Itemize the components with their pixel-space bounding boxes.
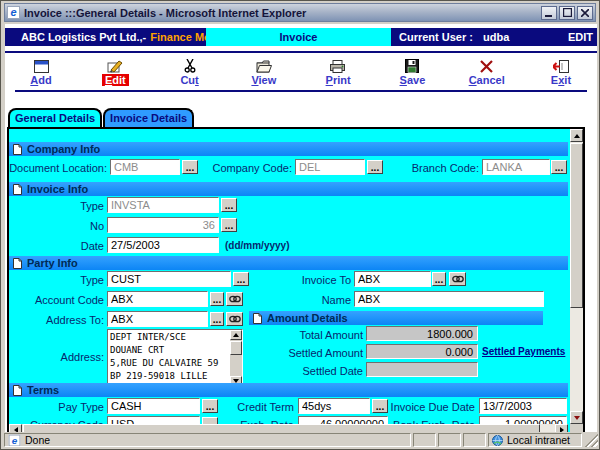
settled-amount-label: Settled Amount — [267, 347, 363, 359]
status-message-panel: e Done — [4, 433, 411, 447]
cut-button[interactable]: Cut — [164, 56, 216, 88]
save-button[interactable]: Save — [386, 56, 438, 88]
status-panel-2 — [438, 433, 461, 447]
tab-general-details[interactable]: General Details — [8, 108, 102, 127]
name-label: Name — [300, 294, 351, 306]
minimize-icon — [545, 9, 553, 17]
exit-icon — [553, 56, 569, 73]
section-doc-icon — [253, 313, 262, 324]
account-code-field[interactable] — [107, 291, 208, 307]
close-button[interactable] — [577, 6, 593, 20]
company-code-field[interactable] — [295, 159, 365, 175]
account-code-link-button[interactable] — [226, 292, 243, 306]
resize-grip[interactable] — [584, 433, 598, 447]
address-to-link-button[interactable] — [226, 312, 243, 326]
pay-type-lookup-button[interactable]: ... — [202, 399, 218, 413]
name-field[interactable] — [354, 291, 544, 307]
browser-window: e Invoice :::General Details - Microsoft… — [0, 0, 600, 450]
mode-badge: EDIT — [568, 31, 593, 43]
link-icon — [229, 295, 241, 303]
total-amount-label: Total Amount — [277, 329, 363, 341]
exch-rate-field[interactable] — [298, 416, 388, 424]
current-user-value: udba — [483, 31, 509, 43]
address-scroll-thumb[interactable] — [230, 341, 242, 355]
settled-date-field — [366, 362, 478, 377]
save-icon — [405, 56, 419, 73]
address-scrollbar[interactable] — [230, 330, 242, 386]
account-code-lookup-button[interactable]: ... — [210, 292, 224, 306]
add-icon — [34, 56, 49, 73]
arrow-up-icon — [574, 134, 580, 138]
edit-button[interactable]: Edit — [89, 56, 141, 88]
arrow-up-icon — [233, 333, 239, 337]
address-label: Address: — [47, 351, 104, 363]
minimize-button[interactable] — [541, 6, 557, 20]
invoice-date-label: Date — [54, 240, 104, 252]
invoice-due-date-label: Invoice Due Date — [387, 401, 475, 413]
company-name: ABC Logistics Pvt Ltd.,- — [21, 31, 146, 43]
bank-exch-rate-field[interactable] — [479, 416, 567, 424]
vertical-scrollbar[interactable] — [570, 129, 583, 424]
app-header: ABC Logistics Pvt Ltd.,- Finance Module … — [5, 28, 597, 46]
settled-date-label: Settled Date — [277, 365, 363, 377]
link-icon — [229, 315, 241, 323]
currency-code-lookup-button[interactable]: ... — [202, 417, 218, 424]
invoice-date-field[interactable] — [107, 237, 219, 253]
invoice-no-label: No — [54, 220, 104, 232]
maximize-button[interactable] — [559, 6, 575, 20]
status-text: Done — [25, 434, 50, 446]
currency-code-field[interactable] — [107, 416, 200, 424]
branch-code-lookup-button[interactable]: ... — [551, 160, 567, 174]
address-to-field[interactable] — [107, 311, 208, 327]
credit-term-field[interactable] — [298, 398, 370, 414]
address-to-lookup-button[interactable]: ... — [210, 312, 224, 326]
document-location-label: Document Location: — [9, 162, 107, 174]
page-title: Invoice — [206, 28, 391, 46]
tab-bar: General Details Invoice Details — [8, 108, 195, 127]
branch-code-field[interactable] — [482, 159, 550, 175]
zone-text: Local intranet — [507, 434, 570, 446]
pay-type-field[interactable] — [107, 398, 200, 414]
add-button[interactable]: Add — [15, 56, 67, 88]
toolbar-divider — [15, 90, 587, 92]
credit-term-lookup-button[interactable]: ... — [372, 399, 388, 413]
invoice-no-field[interactable] — [107, 217, 219, 233]
scroll-down-button[interactable] — [570, 411, 583, 424]
view-button[interactable]: View — [238, 56, 290, 88]
address-textarea[interactable]: DEPT INTER/SCE DOUANE CRT 5,RUE DU CALVA… — [107, 329, 243, 387]
document-location-field[interactable] — [110, 159, 180, 175]
current-user-label: Current User : — [399, 31, 473, 43]
cancel-button[interactable]: Cancel — [461, 56, 513, 88]
vertical-scroll-thumb[interactable] — [570, 143, 583, 308]
invoice-no-lookup-button[interactable]: ... — [221, 218, 237, 232]
invoice-to-link-button[interactable] — [449, 272, 466, 286]
title-bar: e Invoice :::General Details - Microsoft… — [4, 3, 596, 22]
section-terms: Terms — [9, 383, 568, 397]
status-panel-3 — [463, 433, 486, 447]
arrow-down-icon — [574, 416, 580, 420]
credit-term-label: Credit Term — [222, 401, 294, 413]
date-format-hint: (dd/mm/yyyy) — [225, 240, 289, 251]
settled-payments-link[interactable]: Settled Payments — [482, 346, 565, 357]
invoice-type-field[interactable] — [107, 197, 219, 213]
print-button[interactable]: Print — [312, 56, 364, 88]
account-code-label: Account Code — [17, 294, 104, 306]
invoice-to-lookup-button[interactable]: ... — [432, 272, 446, 286]
party-type-label: Type — [54, 274, 104, 286]
tab-invoice-details[interactable]: Invoice Details — [103, 108, 194, 127]
party-type-field[interactable] — [107, 271, 231, 287]
scroll-up-button[interactable] — [570, 129, 583, 142]
section-invoice-info: Invoice Info — [9, 182, 568, 196]
total-amount-field: 1800.000 — [366, 326, 478, 341]
window-title: Invoice :::General Details - Microsoft I… — [24, 7, 539, 19]
exit-button[interactable]: Exit — [535, 56, 587, 88]
invoice-type-lookup-button[interactable]: ... — [221, 198, 237, 212]
branch-code-label: Branch Code: — [375, 162, 479, 174]
invoice-to-field[interactable] — [354, 271, 431, 287]
section-doc-icon — [13, 144, 22, 155]
party-type-lookup-button[interactable]: ... — [233, 272, 249, 286]
close-icon — [581, 9, 589, 17]
address-scroll-up-button[interactable] — [230, 330, 242, 340]
section-amount-details: Amount Details — [249, 311, 543, 325]
invoice-due-date-field[interactable] — [479, 398, 567, 414]
